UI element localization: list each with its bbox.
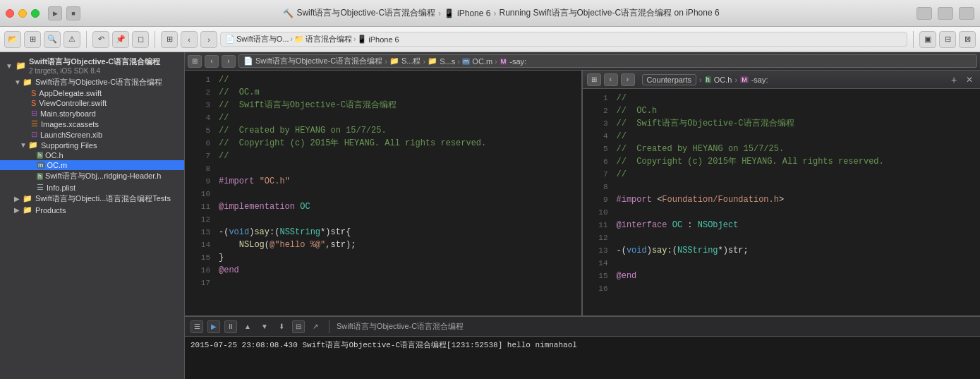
code-line-14: 14 NSLog(@"hello %@",str); xyxy=(185,239,581,251)
counterparts-btn[interactable]: Counterparts xyxy=(642,74,697,85)
redo-btn[interactable]: 📌 xyxy=(112,31,129,48)
r-code-line-9: 9 #import <Foundation/Foundation.h> xyxy=(583,193,981,206)
console-run-btn[interactable]: ▶ xyxy=(207,320,220,333)
right-nav-buttons: + ✕ xyxy=(948,73,976,86)
folder-icon-sup: 📁 xyxy=(28,140,38,150)
titlebar: ▶ ■ 🔨 Swift语言与Objective-C语言混合编程 › 📱 iPho… xyxy=(0,0,980,27)
search-btn[interactable]: 🔍 xyxy=(44,31,61,48)
nav-right-btn[interactable]: › xyxy=(222,55,236,68)
xcassets-icon: ☰ xyxy=(31,119,38,128)
sidebar-item-bridging[interactable]: h Swift语言与Obj...ridging-Header.h xyxy=(0,170,184,182)
code-line-9: 9 #import "OC.h" xyxy=(185,175,581,188)
sidebar-item-products[interactable]: ▶ 📁 Products xyxy=(0,205,184,215)
console-split-btn[interactable]: ⊟ xyxy=(292,320,305,333)
nav-prev[interactable]: ‹ xyxy=(181,31,198,48)
sidebar-item-group1[interactable]: ▼ 📁 Swift语言与Objective-C语言混合编程 xyxy=(0,76,184,88)
minimize-button[interactable] xyxy=(18,9,27,18)
r-code-line-15: 15 @end xyxy=(583,270,981,282)
left-code-area[interactable]: 1 // 2 // OC.m 3 // Swift语言与Objective-C语… xyxy=(185,71,581,315)
breadcrumb-device-icon: 📱 xyxy=(357,35,367,44)
supporting-label: Supporting Files xyxy=(41,141,97,150)
console-pause-btn[interactable]: ⏸ xyxy=(224,320,237,333)
left-editor-pane: 1 // 2 // OC.m 3 // Swift语言与Objective-C语… xyxy=(185,71,583,315)
code-line-3: 3 // Swift语言与Objective-C语言混合编程 xyxy=(185,99,581,112)
editor-split[interactable]: ⊟ xyxy=(939,31,956,48)
console-title: Swift语言与Objective-C语言混合编程 xyxy=(337,321,464,332)
sidebar-item-supporting[interactable]: ▼ 📁 Supporting Files xyxy=(0,140,184,150)
nav-grid-btn[interactable]: ⊞ xyxy=(188,55,202,68)
right-code-area[interactable]: 1 // 2 // OC.h 3 // Swift语言与Objective-C语… xyxy=(583,89,981,315)
swift-icon-app: S xyxy=(31,89,36,97)
code-line-10: 10 xyxy=(185,188,581,200)
console-clear-btn[interactable]: ☰ xyxy=(190,320,203,333)
sidebar-header-row: ▼ 📁 Swift语言与Objective-C语言混合编程 2 targets,… xyxy=(0,52,184,76)
sidebar-item-appdelegate[interactable]: S AppDelegate.swift xyxy=(0,88,184,98)
r-code-line-5: 5 // Created by HEYANG on 15/7/25. xyxy=(583,143,981,155)
grid-btn[interactable]: ⊞ xyxy=(24,31,41,48)
sidebar-item-xib[interactable]: ⊡ LaunchScreen.xib xyxy=(0,129,184,140)
folder-icon-products: 📁 xyxy=(23,205,32,215)
editor-version[interactable]: ⊠ xyxy=(959,31,976,48)
xib-label: LaunchScreen.xib xyxy=(40,131,102,139)
window-controls xyxy=(917,7,974,20)
r-code-line-7: 7 // xyxy=(583,168,981,181)
console-down-btn[interactable]: ▼ xyxy=(258,320,271,333)
close-button[interactable] xyxy=(6,9,14,18)
r-code-line-2: 2 // OC.h xyxy=(583,104,981,117)
right-prev-btn[interactable]: ‹ xyxy=(604,73,618,86)
project-name: Swift语言与Objective-C语言混合编程 xyxy=(29,56,160,67)
plist-label: Info.plist xyxy=(47,184,75,192)
project-icon: 📁 xyxy=(16,61,26,71)
sidebar-item-viewcontroller[interactable]: S ViewController.swift xyxy=(0,98,184,108)
share-btn[interactable]: ◻ xyxy=(132,31,149,48)
layout-grid[interactable]: ⊞ xyxy=(161,31,178,48)
bsep1: › xyxy=(291,35,293,43)
sidebar-item-xcassets[interactable]: ☰ Images.xcassets xyxy=(0,119,184,129)
sidebar-item-storyboard[interactable]: ⊟ Main.storyboard xyxy=(0,108,184,119)
editor-area: ⊞ ‹ › 📄 Swift语言与Objective-C语言混合编程 › 📁 S.… xyxy=(185,52,980,379)
breadcrumb-folder: 📁 xyxy=(294,35,304,44)
r-code-line-8: 8 xyxy=(583,181,981,193)
console-up-btn[interactable]: ▲ xyxy=(241,320,254,333)
maximize-button[interactable] xyxy=(31,9,40,18)
lb-ocm: OC.m xyxy=(472,57,492,66)
breadcrumb-device: iPhone 6 xyxy=(368,35,399,44)
editor-layout[interactable] xyxy=(938,7,953,20)
close-editor-btn[interactable]: ✕ xyxy=(963,73,976,86)
lb-sep2: › xyxy=(423,57,425,66)
open-file-btn[interactable]: 📂 xyxy=(4,31,21,48)
stop-button[interactable]: ■ xyxy=(66,6,80,20)
code-line-5: 5 // Created by HEYANG on 15/7/25. xyxy=(185,124,581,137)
editor-single[interactable]: ▣ xyxy=(919,31,936,48)
group1-label: Swift语言与Objective-C语言混合编程 xyxy=(35,77,162,88)
warning-btn[interactable]: ⚠ xyxy=(63,31,80,48)
tests-label: Swift语言与Objecti...语言混合编程Tests xyxy=(35,193,171,204)
lb-sep3: › xyxy=(457,57,460,66)
code-line-12: 12 xyxy=(185,213,581,226)
r-badge-M: M xyxy=(740,76,749,83)
project-arrow: ▼ xyxy=(6,62,13,70)
r-sep1: › xyxy=(699,76,702,84)
sidebar-item-tests[interactable]: ▶ 📁 Swift语言与Objecti...语言混合编程Tests xyxy=(0,193,184,205)
sep2 xyxy=(155,31,155,48)
lb-folder2: 📁 xyxy=(428,56,437,66)
sidebar-toggle[interactable] xyxy=(917,7,932,20)
undo-btn[interactable]: ↶ xyxy=(92,31,109,48)
add-editor-btn[interactable]: + xyxy=(948,73,960,86)
inspector-toggle[interactable] xyxy=(959,7,974,20)
right-next-btn[interactable]: › xyxy=(621,73,635,86)
r-code-line-13: 13 -(void)say:(NSString*)str; xyxy=(583,244,981,257)
lb-sep1: › xyxy=(385,57,387,66)
sidebar-item-ocm[interactable]: m OC.m xyxy=(0,160,184,170)
traffic-lights xyxy=(6,9,40,18)
right-grid-btn[interactable]: ⊞ xyxy=(587,73,601,86)
sidebar-item-och[interactable]: h OC.h xyxy=(0,150,184,160)
console-share-btn[interactable]: ↗ xyxy=(309,320,322,333)
sep3 xyxy=(913,31,914,48)
nav-left-btn[interactable]: ‹ xyxy=(205,55,219,68)
play-button[interactable]: ▶ xyxy=(48,6,62,20)
code-line-7: 7 // xyxy=(185,150,581,162)
nav-next[interactable]: › xyxy=(200,31,217,48)
console-bottom-btn[interactable]: ⬇ xyxy=(275,320,288,333)
sidebar-item-plist[interactable]: ☰ Info.plist xyxy=(0,182,184,193)
